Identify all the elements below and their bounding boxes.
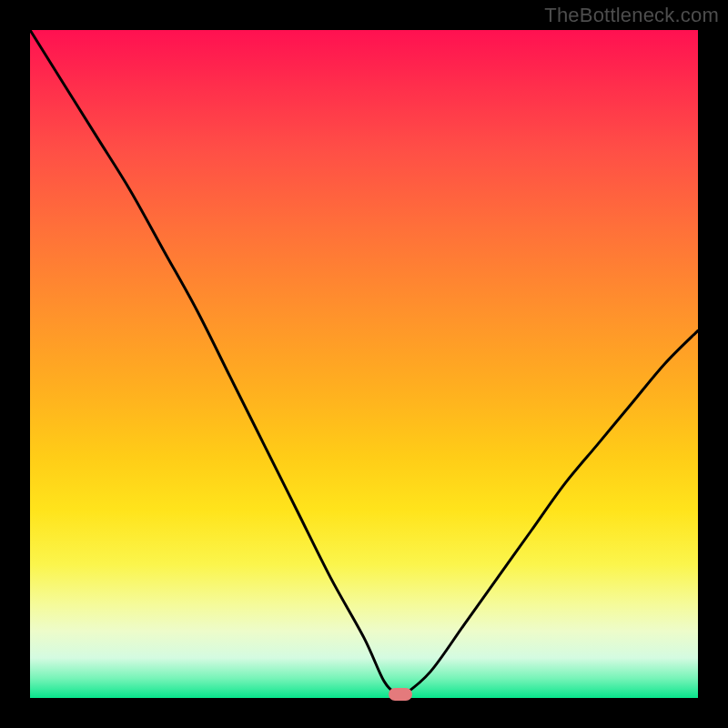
minimum-marker (389, 688, 412, 701)
bottleneck-curve-svg (30, 30, 698, 698)
plot-area (30, 30, 698, 698)
bottleneck-curve (30, 30, 698, 697)
chart-frame: TheBottleneck.com (0, 0, 728, 728)
watermark-text: TheBottleneck.com (544, 4, 719, 27)
